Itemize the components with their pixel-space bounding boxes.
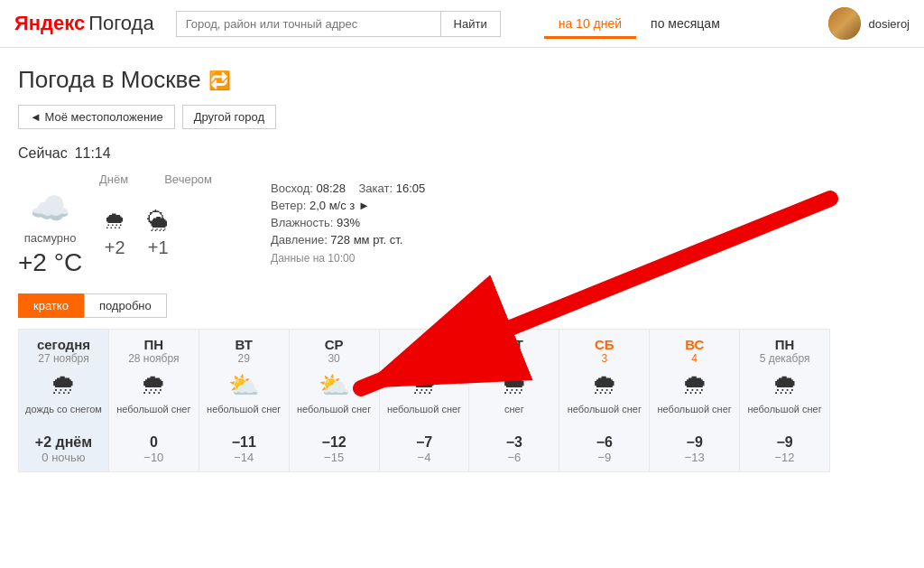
forecast-weather-icon: 🌨 bbox=[385, 370, 464, 400]
forecast-day-name: ВТ bbox=[205, 337, 283, 352]
logo-pogoda: Погода bbox=[88, 12, 153, 35]
current-weather-row: ☁️ пасмурно +2 °С 🌨 +2 🌦 +1 bbox=[18, 190, 235, 277]
location-icon: 🔁 bbox=[208, 70, 231, 91]
tab-brief[interactable]: кратко bbox=[18, 293, 84, 318]
forecast-weather-icon: 🌨 bbox=[475, 370, 553, 400]
sunrise: 08:28 bbox=[317, 182, 346, 195]
forecast-day-date: 1 bbox=[385, 352, 464, 365]
tab-detailed[interactable]: подробно bbox=[84, 293, 167, 318]
forecast-day-name: ВС bbox=[655, 337, 734, 352]
forecast-weather-icon: ⛅ bbox=[205, 370, 283, 400]
other-city-button[interactable]: Другой город bbox=[182, 105, 276, 129]
nav-monthly[interactable]: по месяцам bbox=[636, 9, 735, 38]
username: dosieroj bbox=[868, 17, 910, 31]
info-panel: Восход: 08:28 Закат: 16:05 Ветер: 2,0 м/… bbox=[256, 145, 425, 277]
forecast-description: небольшой снег bbox=[745, 404, 824, 429]
forecast-day[interactable]: ПТ 2 🌨 снег −3 −6 bbox=[468, 329, 559, 472]
forecast-day[interactable]: ПН 28 ноября 🌨 небольшой снег 0 −10 bbox=[108, 329, 199, 472]
forecast-temp-day: −6 bbox=[565, 434, 643, 451]
forecast-day-date: 27 ноября bbox=[24, 352, 103, 365]
forecast-description: небольшой снег bbox=[205, 404, 283, 429]
humidity: 93% bbox=[337, 216, 360, 229]
forecast-weather-icon: 🌨 bbox=[115, 370, 193, 400]
forecast-day-date: 5 декабря bbox=[745, 352, 824, 365]
humidity-line: Влажность: 93% bbox=[271, 216, 425, 229]
buttons-row: ◄ Моё местоположение Другой город bbox=[18, 105, 830, 129]
forecast-day[interactable]: ВС 4 🌨 небольшой снег −9 −13 bbox=[649, 329, 739, 472]
current-weather-icon: ☁️ bbox=[30, 190, 70, 228]
forecast-description: небольшой снег bbox=[655, 404, 734, 429]
forecast-day-date: 30 bbox=[295, 352, 374, 365]
evening-weather-icon: 🌦 bbox=[147, 209, 169, 234]
search-button[interactable]: Найти bbox=[440, 11, 501, 37]
tabs-row: кратко подробно bbox=[18, 293, 830, 318]
forecast-description: небольшой снег bbox=[295, 404, 374, 429]
forecast-temp-night: −9 bbox=[565, 451, 643, 464]
forecast-temp-day: 0 bbox=[115, 434, 193, 451]
forecast-day-date: 2 bbox=[475, 352, 553, 365]
forecast-temp-day: −9 bbox=[655, 434, 734, 451]
forecast-description: дождь со снегом bbox=[24, 404, 103, 429]
day-temps: 🌨 +2 🌦 +1 bbox=[104, 209, 169, 258]
sunset: 16:05 bbox=[396, 182, 426, 195]
forecast-day[interactable]: ВТ 29 ⛅ небольшой снег −11 −14 bbox=[199, 329, 289, 472]
forecast-temp-night: −12 bbox=[745, 451, 824, 464]
forecast-day-date: 29 bbox=[205, 352, 283, 365]
pressure: 728 мм рт. ст. bbox=[330, 233, 402, 247]
forecast-day-name: ПТ bbox=[475, 337, 553, 352]
current-section: Сейчас 11:14 Днём Вечером ☁️ пасмурно +2… bbox=[18, 145, 830, 277]
forecast-temp-night: −15 bbox=[295, 451, 374, 464]
forecast-day[interactable]: ПН 5 декабря 🌨 небольшой снег −9 −12 bbox=[739, 329, 830, 472]
nav-10days[interactable]: на 10 дней bbox=[544, 9, 636, 38]
forecast-day[interactable]: ЧТ 1 🌨 небольшой снег −7 −4 bbox=[379, 329, 469, 472]
day-evening-labels: Днём Вечером bbox=[18, 172, 235, 186]
day-temp-item: 🌨 +2 bbox=[104, 209, 125, 258]
forecast-day[interactable]: СБ 3 🌨 небольшой снег −6 −9 bbox=[559, 329, 649, 472]
forecast-temp-night: −13 bbox=[655, 451, 734, 464]
data-time: Данные на 10:00 bbox=[271, 252, 425, 265]
current-temp: +2 °С bbox=[18, 248, 82, 277]
forecast-day-date: 28 ноября bbox=[115, 352, 193, 365]
forecast-day[interactable]: СР 30 ⛅ небольшой снег −12 −15 bbox=[289, 329, 379, 472]
user-area: dosieroj bbox=[828, 7, 910, 40]
page-title: Погода в Москве bbox=[18, 66, 201, 94]
forecast-description: небольшой снег bbox=[385, 404, 464, 429]
forecast-day-date: 3 bbox=[565, 352, 643, 365]
forecast-day-date: 4 bbox=[655, 352, 734, 365]
forecast-description: небольшой снег bbox=[115, 404, 193, 429]
forecast-weather-icon: 🌨 bbox=[24, 370, 103, 400]
search-input[interactable] bbox=[176, 11, 440, 37]
my-location-button[interactable]: ◄ Моё местоположение bbox=[18, 105, 175, 129]
main-content: Погода в Москве 🔁 ◄ Моё местоположение Д… bbox=[0, 48, 848, 490]
avatar-image bbox=[828, 7, 861, 40]
forecast-day-name: ПН bbox=[115, 337, 193, 352]
forecast-temp-day: −9 bbox=[745, 434, 824, 451]
forecast-temp-day: +2 днём bbox=[24, 434, 103, 451]
logo-yandex: Яндекс bbox=[14, 12, 85, 35]
forecast-weather-icon: 🌨 bbox=[565, 370, 643, 400]
forecast-day-name: ПН bbox=[745, 337, 824, 352]
avatar[interactable] bbox=[828, 7, 861, 40]
forecast-temp-night: −6 bbox=[475, 451, 553, 464]
evening-temp: +1 bbox=[148, 237, 169, 258]
forecast-day-name: ЧТ bbox=[385, 337, 464, 352]
forecast-weather-icon: 🌨 bbox=[745, 370, 824, 400]
logo: Яндекс Погода bbox=[14, 12, 154, 35]
forecast-weather-icon: 🌨 bbox=[655, 370, 734, 400]
current-description: пасмурно bbox=[24, 231, 77, 245]
forecast-description: небольшой снег bbox=[565, 404, 643, 429]
forecast-temp-day: −7 bbox=[385, 434, 464, 451]
forecast-weather-icon: ⛅ bbox=[295, 370, 374, 400]
forecast-temp-night: 0 ночью bbox=[24, 451, 103, 464]
evening-label: Вечером bbox=[164, 172, 212, 186]
forecast-temp-night: −4 bbox=[385, 451, 464, 464]
wind: 2,0 м/с з ► bbox=[310, 199, 370, 212]
forecast-temp-night: −14 bbox=[205, 451, 283, 464]
forecast-day-name: СР bbox=[295, 337, 374, 352]
forecast-description: снег bbox=[475, 404, 553, 429]
day-weather-icon: 🌨 bbox=[104, 209, 125, 234]
pressure-line: Давление: 728 мм рт. ст. bbox=[271, 233, 425, 247]
forecast-day[interactable]: сегодня 27 ноября 🌨 дождь со снегом +2 д… bbox=[18, 329, 108, 472]
forecast-temp-day: −3 bbox=[475, 434, 553, 451]
current-time: 11:14 bbox=[75, 145, 111, 162]
